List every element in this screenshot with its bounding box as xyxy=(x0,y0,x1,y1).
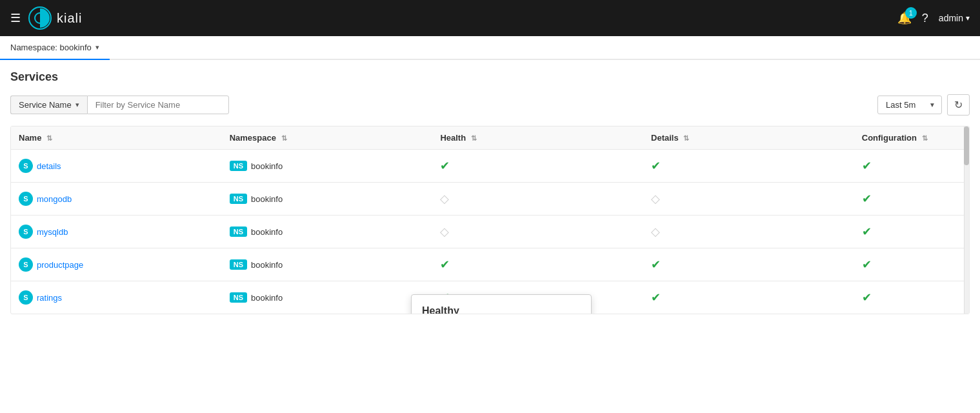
cell-health-details[interactable]: ✔ xyxy=(432,150,643,183)
ns-badge: NS xyxy=(230,194,247,204)
sort-name-icon: ⇅ xyxy=(46,134,52,142)
hamburger-icon[interactable]: ☰ xyxy=(10,11,21,25)
health-ok-icon: ✔ xyxy=(440,159,450,173)
sort-namespace-icon: ⇅ xyxy=(281,134,287,142)
notification-badge: 1 xyxy=(905,7,917,19)
cell-ns-ratings: NS bookinfo xyxy=(222,281,433,314)
service-badge-s: S xyxy=(19,257,33,272)
services-table: Name ⇅ Namespace ⇅ Health ⇅ Details ⇅ xyxy=(11,126,969,314)
kiali-logo-svg xyxy=(28,6,52,30)
details-ok-icon: ✔ xyxy=(651,159,661,172)
cell-config-productpage: ✔ xyxy=(854,248,969,281)
details-na-icon: ◇ xyxy=(651,192,660,205)
tooltip-title: Healthy xyxy=(422,305,581,314)
config-ok-icon: ✔ xyxy=(862,258,872,271)
help-icon[interactable]: ? xyxy=(922,12,928,25)
col-header-configuration[interactable]: Configuration ⇅ xyxy=(854,126,969,150)
service-link-mysqldb[interactable]: mysqldb xyxy=(37,227,68,237)
ns-badge: NS xyxy=(230,161,247,171)
bell-wrapper[interactable]: 🔔 1 xyxy=(897,11,912,25)
details-na-icon: ◇ xyxy=(651,225,660,238)
namespace-tab[interactable]: Namespace: bookinfo ▾ xyxy=(0,36,110,60)
cell-name-mysqldb: S mysqldb xyxy=(11,216,222,248)
service-badge-s: S xyxy=(19,192,33,206)
table-row: S mongodb NS bookinfo ◇ xyxy=(11,183,969,216)
cell-config-details: ✔ xyxy=(854,150,969,183)
time-range-select[interactable]: Last 1m Last 5m Last 10m Last 30m Last 1… xyxy=(877,96,942,114)
cell-details-mysqldb: ◇ xyxy=(643,216,854,248)
table-row: S productpage NS bookinfo ✔ xyxy=(11,248,969,281)
sort-details-icon: ⇅ xyxy=(683,134,689,142)
kiali-logo-text: kiali xyxy=(57,11,82,26)
col-header-name[interactable]: Name ⇅ xyxy=(11,126,222,150)
cell-config-ratings: ✔ xyxy=(854,281,969,314)
health-tooltip: Healthy ✔ Error Rate over last 5m: 0.00% xyxy=(411,294,592,314)
cell-name-details: S details xyxy=(11,150,222,183)
filter-dropdown-arrow-icon: ▾ xyxy=(75,101,79,109)
user-menu[interactable]: admin ▾ xyxy=(939,13,970,23)
kiali-logo: kiali xyxy=(28,6,82,30)
cell-details-ratings: ✔ xyxy=(643,281,854,314)
cell-name-productpage: S productpage xyxy=(11,248,222,281)
health-ok-icon: ✔ xyxy=(440,257,450,272)
page-title: Services xyxy=(10,70,970,84)
namespace-tab-label: Namespace: bookinfo xyxy=(10,43,92,52)
cell-ns-mongodb: NS bookinfo xyxy=(222,183,433,216)
header: ☰ kiali 🔔 1 ? admin ▾ xyxy=(0,0,980,36)
service-link-mongodb[interactable]: mongodb xyxy=(37,194,72,204)
table-row: S details NS bookinfo ✔ xyxy=(11,150,969,183)
sort-config-icon: ⇅ xyxy=(922,134,928,142)
table-header: Name ⇅ Namespace ⇅ Health ⇅ Details ⇅ xyxy=(11,126,969,150)
health-na-icon: ◇ xyxy=(440,225,449,239)
user-menu-arrow-icon: ▾ xyxy=(966,14,970,23)
config-ok-icon: ✔ xyxy=(862,291,872,304)
service-link-details[interactable]: details xyxy=(37,161,61,171)
cell-name-mongodb: S mongodb xyxy=(11,183,222,216)
main-content: Services Service Name ▾ Last 1m Last 5m … xyxy=(0,60,980,325)
table-row: S mysqldb NS bookinfo ◇ xyxy=(11,216,969,248)
cell-health-mysqldb: ◇ xyxy=(432,216,643,248)
config-ok-icon: ✔ xyxy=(862,225,872,238)
filter-left: Service Name ▾ xyxy=(10,96,229,114)
col-header-health[interactable]: Health ⇅ xyxy=(432,126,643,150)
refresh-button[interactable]: ↻ xyxy=(947,94,970,116)
col-header-namespace[interactable]: Namespace ⇅ xyxy=(222,126,433,150)
filter-right: Last 1m Last 5m Last 10m Last 30m Last 1… xyxy=(877,94,970,116)
config-ok-icon: ✔ xyxy=(862,159,872,172)
header-right: 🔔 1 ? admin ▾ xyxy=(897,11,970,25)
cell-details-mongodb: ◇ xyxy=(643,183,854,216)
cell-health-productpage: ✔ xyxy=(432,248,643,281)
cell-ns-details: NS bookinfo xyxy=(222,150,433,183)
namespace-tab-arrow-icon: ▾ xyxy=(95,43,99,52)
service-name-filter-dropdown[interactable]: Service Name ▾ xyxy=(10,96,87,114)
cell-ns-productpage: NS bookinfo xyxy=(222,248,433,281)
scroll-track[interactable] xyxy=(964,126,969,314)
service-link-productpage[interactable]: productpage xyxy=(37,260,83,270)
scroll-thumb[interactable] xyxy=(964,126,969,165)
service-link-ratings[interactable]: ratings xyxy=(37,293,62,303)
config-ok-icon: ✔ xyxy=(862,192,872,205)
service-name-filter-input[interactable] xyxy=(87,96,229,114)
filter-dropdown-label: Service Name xyxy=(19,100,72,110)
cell-ns-mysqldb: NS bookinfo xyxy=(222,216,433,248)
services-table-container: Name ⇅ Namespace ⇅ Health ⇅ Details ⇅ xyxy=(10,126,970,314)
filter-bar: Service Name ▾ Last 1m Last 5m Last 10m … xyxy=(10,94,970,116)
details-ok-icon: ✔ xyxy=(651,291,661,304)
cell-name-ratings: S ratings xyxy=(11,281,222,314)
cell-details-details: ✔ xyxy=(643,150,854,183)
col-header-details[interactable]: Details ⇅ xyxy=(643,126,854,150)
ns-badge: NS xyxy=(230,292,247,303)
ns-badge: NS xyxy=(230,227,247,237)
service-badge-s: S xyxy=(19,290,33,305)
cell-health-mongodb: ◇ xyxy=(432,183,643,216)
details-ok-icon: ✔ xyxy=(651,258,661,271)
cell-config-mongodb: ✔ xyxy=(854,183,969,216)
namespace-bar: Namespace: bookinfo ▾ xyxy=(0,36,980,60)
time-range-wrapper[interactable]: Last 1m Last 5m Last 10m Last 30m Last 1… xyxy=(877,96,942,114)
service-badge-s: S xyxy=(19,159,33,173)
table-body: S details NS bookinfo ✔ xyxy=(11,150,969,314)
cell-details-productpage: ✔ xyxy=(643,248,854,281)
health-na-icon: ◇ xyxy=(440,192,449,206)
header-left: ☰ kiali xyxy=(10,6,82,30)
sort-health-icon: ⇅ xyxy=(471,134,477,142)
